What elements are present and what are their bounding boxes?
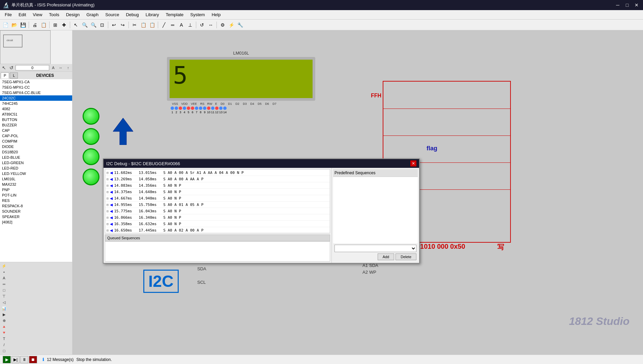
expand-icon[interactable]: ⊞: [107, 209, 109, 213]
terminal-icon[interactable]: ⊤: [1, 293, 7, 299]
rotate-button[interactable]: ↺: [198, 21, 206, 29]
line-icon[interactable]: /: [1, 342, 7, 348]
expand-icon[interactable]: ⊞: [107, 184, 109, 187]
print2-button[interactable]: 📋: [39, 21, 48, 29]
graph-icon[interactable]: 📊: [1, 305, 7, 311]
device-item[interactable]: [4082]: [0, 219, 72, 225]
menu-debug[interactable]: Debug: [122, 11, 142, 19]
device-item[interactable]: 24C02C: [0, 95, 72, 101]
bus-icon[interactable]: ═: [1, 281, 7, 287]
expand-icon[interactable]: ⊞: [107, 203, 109, 207]
maximize-button[interactable]: □: [623, 1, 631, 9]
menu-edit[interactable]: Edit: [15, 11, 29, 19]
wire-button[interactable]: ╱: [160, 21, 168, 29]
undo-button[interactable]: ↩: [110, 21, 118, 29]
new-button[interactable]: 📄: [1, 21, 9, 29]
expand-icon[interactable]: ⊞: [107, 229, 109, 232]
stop-button[interactable]: ⏹: [29, 356, 37, 363]
wire-label-icon[interactable]: A: [1, 275, 7, 281]
junction-icon[interactable]: •: [1, 269, 7, 275]
zoom-in-button[interactable]: 🔍: [81, 21, 89, 29]
port-icon[interactable]: ◁: [1, 299, 7, 305]
pin-button[interactable]: ⊥: [186, 21, 194, 29]
device-item[interactable]: 4082: [0, 106, 72, 112]
menu-tools[interactable]: Tools: [46, 11, 62, 19]
tab-p[interactable]: P: [1, 72, 9, 79]
label-tool[interactable]: A: [50, 65, 57, 71]
device-item[interactable]: CAP-POL: [0, 133, 72, 139]
device-item[interactable]: 7SEG-MPX1-CC: [0, 85, 72, 90]
device-item[interactable]: 74HC245: [0, 101, 72, 106]
menu-template[interactable]: Template: [163, 11, 187, 19]
device-item[interactable]: CAP: [0, 128, 72, 133]
device-item[interactable]: LM016L: [0, 176, 72, 182]
zoom-out-button[interactable]: 🔍: [89, 21, 97, 29]
bus-button[interactable]: ═: [169, 21, 177, 29]
value-field[interactable]: 0: [16, 65, 49, 70]
device-item[interactable]: LED-RED: [0, 165, 72, 171]
expand-icon[interactable]: ⊞: [107, 190, 109, 194]
debug-button[interactable]: 🔧: [236, 21, 244, 29]
grid-button[interactable]: ⊞: [51, 21, 59, 29]
device-item[interactable]: BUZZER: [0, 122, 72, 128]
component-icon[interactable]: ⚡: [1, 263, 7, 269]
property-button[interactable]: ⚙: [218, 21, 227, 29]
menu-system[interactable]: System: [187, 11, 208, 19]
menu-design[interactable]: Design: [63, 11, 83, 19]
device-item[interactable]: LED-GREEN: [0, 160, 72, 165]
device-item[interactable]: 7SEG-MPX1-CA: [0, 79, 72, 85]
plus-button[interactable]: ✚: [60, 21, 68, 29]
tape-icon[interactable]: ▶: [1, 311, 7, 317]
device-item[interactable]: DIODE: [0, 144, 72, 149]
expand-icon[interactable]: ⊞: [107, 216, 109, 219]
schematic-area[interactable]: LM016L 5 VSS VDD VEE RS RW E D0 D1 D2 D3…: [72, 30, 643, 355]
text-icon[interactable]: T: [1, 336, 7, 342]
device-item[interactable]: DS18B20: [0, 149, 72, 155]
device-item[interactable]: RESPACK-8: [0, 203, 72, 209]
select-tool[interactable]: ↖: [1, 65, 7, 71]
sequence-dropdown[interactable]: [334, 245, 416, 252]
expand-icon[interactable]: ⊞: [107, 171, 109, 175]
open-button[interactable]: 📂: [10, 21, 18, 29]
play-button[interactable]: ▶: [3, 356, 11, 363]
menu-help[interactable]: Help: [208, 11, 224, 19]
redo-button[interactable]: ↪: [119, 21, 127, 29]
i2c-close-button[interactable]: ✕: [410, 160, 416, 166]
save-button[interactable]: 💾: [19, 21, 27, 29]
menu-file[interactable]: File: [1, 11, 15, 19]
move-tool[interactable]: ↔: [57, 65, 64, 71]
device-item[interactable]: AT89C51: [0, 112, 72, 117]
expand-icon[interactable]: ⊞: [107, 196, 109, 200]
up-tool[interactable]: ↑: [65, 65, 71, 71]
menu-graph[interactable]: Graph: [83, 11, 102, 19]
device-item[interactable]: COMPIM: [0, 139, 72, 144]
flip-button[interactable]: ↔: [207, 21, 215, 29]
print-button[interactable]: 🖨: [31, 21, 39, 29]
menu-library[interactable]: Library: [142, 11, 163, 19]
copy-button[interactable]: 📋: [139, 21, 147, 29]
device-item[interactable]: MAX232: [0, 182, 72, 187]
device-item[interactable]: PNP: [0, 187, 72, 192]
expand-icon[interactable]: ⊞: [107, 177, 109, 181]
add-button[interactable]: Add: [378, 253, 394, 260]
device-item[interactable]: POT-LIN: [0, 192, 72, 198]
tab-l[interactable]: L: [10, 72, 18, 79]
sub-circuit-icon[interactable]: □: [1, 287, 7, 293]
current-probe-icon[interactable]: 🔻: [1, 330, 7, 336]
device-item[interactable]: BUTTON: [0, 117, 72, 122]
menu-view[interactable]: View: [29, 11, 46, 19]
generator-icon[interactable]: ⊕: [1, 317, 7, 324]
close-button[interactable]: ✕: [633, 1, 640, 9]
step-button[interactable]: ▶|: [11, 356, 20, 363]
probe-button[interactable]: ⚡: [227, 21, 235, 29]
device-item[interactable]: RES: [0, 198, 72, 203]
voltage-probe-icon[interactable]: 🔺: [1, 324, 7, 330]
device-item[interactable]: SPEAKER: [0, 214, 72, 219]
expand-icon[interactable]: ⊞: [107, 222, 109, 226]
menu-source[interactable]: Source: [102, 11, 122, 19]
cut-button[interactable]: ✂: [130, 21, 139, 29]
device-item[interactable]: LED-YELLOW: [0, 171, 72, 176]
device-item[interactable]: SOUNDER: [0, 209, 72, 214]
zoom-fit-button[interactable]: ⊡: [98, 21, 106, 29]
device-item[interactable]: 7SEG-MPX4-CC-BLUE: [0, 90, 72, 95]
